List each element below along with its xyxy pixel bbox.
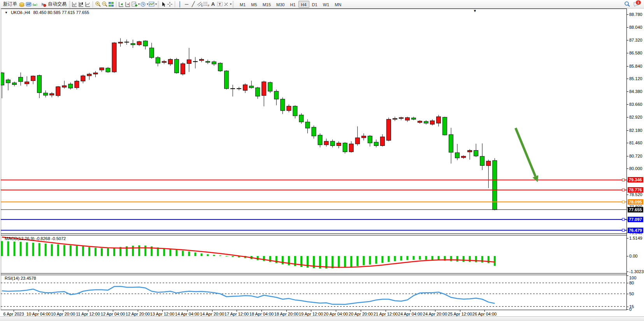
timeframe-button-m30[interactable]: M30 — [274, 1, 287, 8]
zoom-out-icon[interactable] — [101, 1, 108, 8]
macd-histogram-bar — [375, 256, 377, 264]
arrows-tool-icon[interactable] — [223, 1, 230, 8]
chart-shift-icon[interactable] — [125, 1, 131, 8]
chart-shift-marker[interactable]: ▼ — [473, 9, 477, 13]
timeframe-button-m1[interactable]: M1 — [237, 1, 248, 8]
signals-icon[interactable] — [32, 1, 39, 8]
macd-histogram-bar — [219, 255, 221, 256]
macd-histogram-bar — [338, 256, 340, 268]
timeframe-button-m15[interactable]: M15 — [260, 1, 274, 8]
arrows-dropdown-icon[interactable]: ▾ — [230, 2, 232, 6]
price-tick-label: 85.120 — [629, 76, 642, 81]
chat-notifications-icon[interactable]: 1 — [633, 1, 639, 8]
zoom-in-icon[interactable] — [95, 1, 101, 8]
macd-histogram-bar — [275, 256, 277, 263]
line-chart-icon[interactable] — [84, 1, 91, 8]
crosshair-icon[interactable] — [167, 1, 173, 8]
level-line-handle[interactable] — [622, 179, 625, 181]
rsi-tick-label: 0 — [629, 307, 632, 312]
date-axis-border — [1, 310, 627, 310]
level-line-handle[interactable] — [622, 218, 625, 221]
fibonacci-tool-icon[interactable]: F — [203, 1, 210, 8]
macd-histogram-bar — [356, 256, 358, 266]
rsi-tick-label: 80 — [629, 281, 634, 285]
level-line-handle[interactable] — [622, 189, 625, 191]
macd-histogram-bar — [175, 250, 177, 256]
template-dropdown-icon[interactable]: ▾ — [155, 2, 157, 6]
tile-windows-icon[interactable] — [108, 1, 114, 8]
main-pane-bottom-border — [1, 233, 627, 234]
timeframe-button-mn[interactable]: MN — [332, 1, 344, 8]
price-tick-label: 81.460 — [629, 140, 642, 145]
level-line-handle[interactable] — [622, 201, 625, 203]
chart-window: ▼ UKOil-,H4 80.450 80.585 77.615 77.655 … — [0, 9, 644, 321]
toolbar-grip — [69, 1, 70, 7]
macd-histogram-bar — [57, 244, 59, 256]
timeframe-button-h1[interactable]: H1 — [287, 1, 298, 8]
timeframe-button-m5[interactable]: M5 — [248, 1, 260, 8]
vertical-line-tool-icon[interactable]: │ — [177, 1, 183, 8]
macd-histogram-bar — [45, 244, 47, 256]
timeframe-button-d1[interactable]: D1 — [309, 1, 320, 8]
auto-trading-label: 自动交易 — [48, 1, 67, 7]
macd-histogram-bar — [282, 256, 284, 264]
publish-report-icon[interactable] — [25, 1, 32, 8]
main-toolbar: 新订单 自动交易 ▾ ▾ — [0, 0, 644, 9]
macd-histogram-bar — [463, 256, 465, 262]
macd-tick-label: 0.00 — [629, 254, 637, 258]
new-order-button[interactable]: 新订单 — [2, 0, 19, 8]
symbol-dropdown-icon[interactable]: ▼ — [5, 11, 8, 14]
macd-histogram-bar — [412, 256, 414, 260]
macd-histogram-bar — [51, 244, 53, 256]
rsi-tick-label: 50 — [629, 291, 634, 296]
horizontal-line-tool-icon[interactable]: ─ — [183, 1, 190, 8]
macd-histogram-bar — [381, 256, 383, 263]
price-chart-pane[interactable] — [1, 9, 626, 233]
rsi-line — [2, 286, 495, 304]
macd-histogram-bar — [419, 256, 421, 260]
text-tool-icon[interactable]: A — [210, 1, 216, 8]
chart-title: ▼ UKOil-,H4 80.450 80.585 77.615 77.655 — [5, 10, 89, 15]
text-label-tool-icon[interactable]: T — [216, 1, 223, 8]
toolbar-grip — [232, 1, 234, 7]
trendline-tool-icon[interactable]: ╱ — [190, 1, 197, 8]
level-line-handle[interactable] — [622, 229, 625, 232]
rsi-tick-label: 100 — [629, 275, 636, 280]
cursor-icon[interactable] — [160, 1, 167, 8]
svg-text:F: F — [208, 4, 209, 7]
symbol-period-label: UKOil-,H4 — [11, 10, 30, 15]
macd-histogram-bar — [182, 251, 184, 256]
auto-trading-button[interactable]: 自动交易 — [39, 0, 68, 8]
macd-histogram-bar — [226, 256, 228, 256]
down-arrow-annotation[interactable] — [516, 128, 535, 176]
auto-scroll-icon[interactable] — [118, 1, 125, 8]
macd-histogram-bar — [200, 253, 202, 256]
macd-pane[interactable] — [1, 235, 626, 273]
macd-histogram-bar — [95, 248, 97, 256]
macd-indicator-label: MACD(12,26,9) -0.8268 -0.5072 — [5, 236, 66, 241]
price-tick-label: 88.780 — [629, 12, 642, 17]
macd-histogram-bar — [494, 256, 496, 266]
rsi-pane[interactable] — [1, 275, 626, 310]
funds-icon[interactable] — [19, 1, 25, 8]
macd-histogram-bar — [7, 241, 9, 256]
profiles-clock-icon[interactable] — [140, 1, 146, 8]
equidistant-channel-icon[interactable]: E — [197, 1, 203, 8]
search-icon[interactable] — [624, 1, 630, 8]
bar-chart-icon[interactable] — [71, 1, 78, 8]
timeframe-button-w1[interactable]: W1 — [320, 1, 332, 8]
chart-top-border — [1, 9, 627, 9]
price-tag: 77.097 — [628, 217, 643, 222]
new-chart-icon[interactable] — [131, 1, 138, 8]
macd-histogram-bar — [1, 241, 3, 256]
macd-histogram-bar — [101, 248, 103, 256]
candlestick-chart-icon[interactable] — [78, 1, 84, 8]
price-tick-label: 86.580 — [629, 51, 642, 55]
macd-histogram-bar — [400, 256, 402, 261]
timeframe-button-h4[interactable]: H4 — [298, 1, 309, 8]
macd-tick-label: 1.5149 — [629, 236, 642, 240]
price-tick-label: 80.720 — [629, 154, 642, 158]
macd-histogram-bar — [232, 256, 234, 257]
macd-histogram-bar — [82, 246, 84, 256]
template-icon[interactable] — [148, 1, 155, 8]
